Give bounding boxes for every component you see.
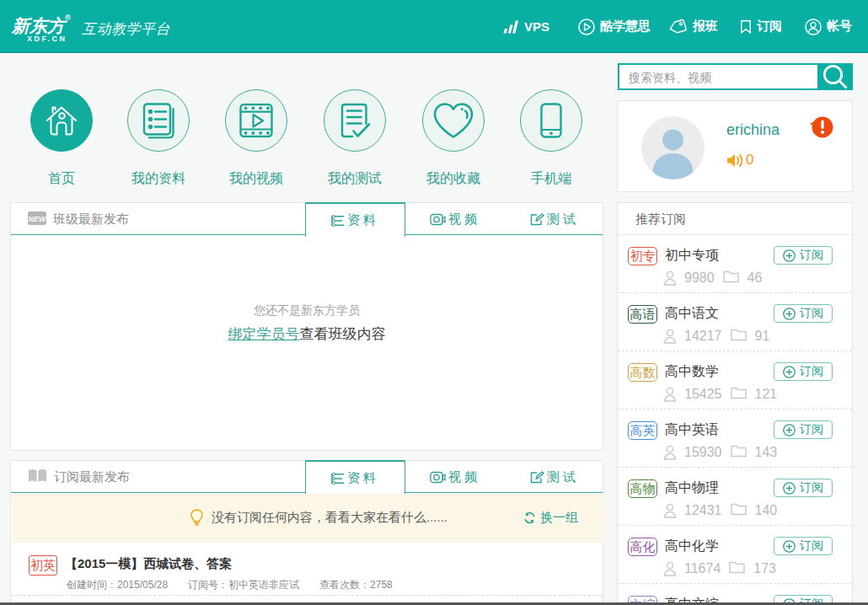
svg-text:NEW: NEW bbox=[29, 215, 47, 223]
